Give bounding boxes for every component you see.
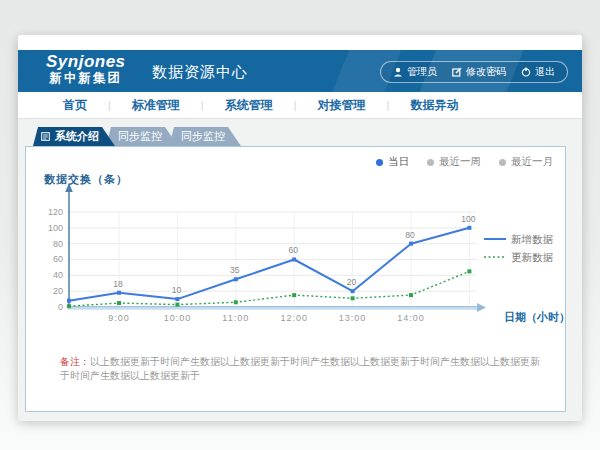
svg-text:新增数据: 新增数据 — [511, 233, 554, 245]
tab[interactable]: 系统介绍 — [33, 127, 115, 146]
change-password-label: 修改密码 — [466, 65, 506, 79]
page-title: 数据资源中心 — [152, 63, 248, 82]
svg-text:11:00: 11:00 — [222, 313, 249, 323]
footnote-prefix: 备注： — [60, 356, 90, 367]
svg-text:14:00: 14:00 — [397, 313, 425, 323]
change-password-button[interactable]: 修改密码 — [452, 65, 506, 79]
logo-text-cn: 新中新集团 — [46, 72, 126, 86]
footnote: 备注：以上数据更新于时间产生数据以上数据更新于时间产生数据以上数据更新于时间产生… — [60, 355, 547, 383]
admin-user-button[interactable]: 管理员 — [393, 65, 437, 79]
window-top-strip — [18, 35, 582, 50]
tab-bar: 系统介绍同步监控同步监控 — [33, 127, 582, 146]
svg-text:0: 0 — [58, 302, 63, 312]
form-icon — [41, 132, 50, 141]
app-header: Synjones 新中新集团 数据资源中心 管理员 修改密码 — [18, 50, 582, 92]
tab[interactable]: 同步监控 — [106, 127, 178, 146]
nav-item[interactable]: 对接管理 — [297, 97, 387, 114]
logo-text-en: Synjones — [46, 53, 126, 72]
svg-text:80: 80 — [405, 230, 415, 240]
svg-text:更新数据: 更新数据 — [511, 251, 554, 263]
logout-label: 退出 — [535, 65, 555, 79]
svg-text:80: 80 — [53, 239, 63, 249]
user-icon — [393, 67, 403, 77]
nav-item[interactable]: 系统管理 — [204, 97, 294, 114]
main-nav: 首页|标准管理|系统管理|对接管理|数据异动 — [18, 92, 582, 119]
svg-text:100: 100 — [48, 223, 63, 233]
chart-panel: 当日最近一周最近一月 数据交换（条） 0204060801001209:0010… — [25, 146, 566, 412]
nav-item[interactable]: 标准管理 — [111, 97, 201, 114]
power-icon — [521, 67, 531, 77]
nav-item[interactable]: 数据异动 — [389, 97, 479, 114]
logo: Synjones 新中新集团 — [46, 53, 126, 85]
svg-text:10: 10 — [172, 285, 182, 295]
logout-button[interactable]: 退出 — [521, 65, 555, 79]
content-area: 系统介绍同步监控同步监控 当日最近一周最近一月 数据交换（条） 02040608… — [18, 119, 582, 421]
svg-text:40: 40 — [53, 270, 63, 280]
tab[interactable]: 同步监控 — [169, 127, 241, 146]
nav-item[interactable]: 首页 — [42, 97, 108, 114]
svg-text:35: 35 — [230, 265, 240, 275]
admin-user-label: 管理员 — [407, 65, 437, 79]
user-toolbar: 管理员 修改密码 退出 — [380, 61, 568, 83]
svg-text:100: 100 — [461, 214, 475, 224]
svg-text:18: 18 — [113, 279, 123, 289]
svg-text:20: 20 — [53, 286, 63, 296]
svg-text:60: 60 — [53, 254, 63, 264]
app-window: Synjones 新中新集团 数据资源中心 管理员 修改密码 — [18, 35, 582, 420]
svg-text:120: 120 — [48, 207, 63, 217]
svg-text:20: 20 — [347, 277, 357, 287]
svg-text:日期（小时）: 日期（小时） — [504, 311, 565, 324]
svg-text:12:00: 12:00 — [280, 313, 308, 323]
svg-text:10:00: 10:00 — [164, 313, 192, 323]
svg-text:9:00: 9:00 — [108, 313, 130, 323]
edit-icon — [452, 67, 462, 77]
footnote-text: 以上数据更新于时间产生数据以上数据更新于时间产生数据以上数据更新于时间产生数据以… — [60, 356, 540, 381]
svg-text:60: 60 — [288, 245, 298, 255]
svg-text:13:00: 13:00 — [339, 313, 367, 323]
